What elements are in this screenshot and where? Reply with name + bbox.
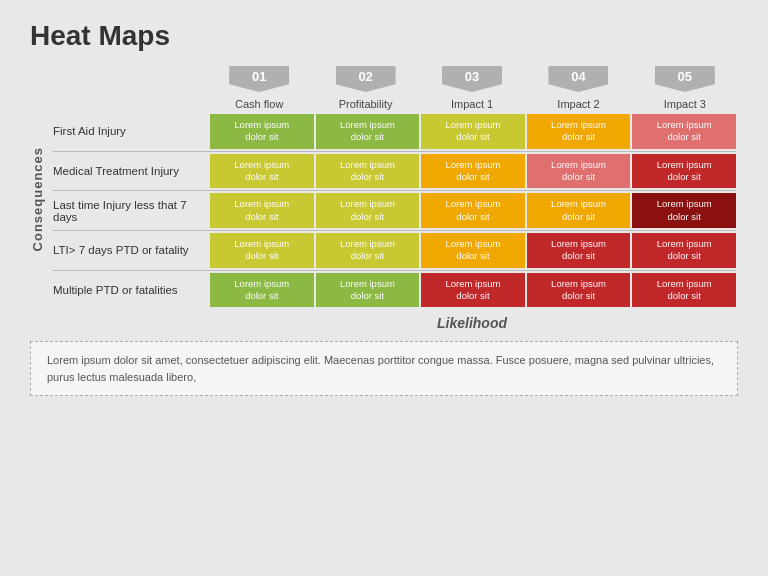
col-header-item: 04Impact 2	[527, 66, 629, 110]
heat-cell: Lorem ipsumdolor sit	[316, 233, 420, 268]
row-label: LTI> 7 days PTD or fatality	[53, 233, 208, 268]
heat-cell: Lorem ipsumdolor sit	[527, 273, 631, 308]
col-badge: 02	[336, 66, 396, 92]
col-header-item: 03Impact 1	[421, 66, 523, 110]
heat-cell: Lorem ipsumdolor sit	[632, 273, 736, 308]
heat-cell: Lorem ipsumdolor sit	[421, 233, 525, 268]
col-header-item: 02Profitability	[314, 66, 416, 110]
heat-cell: Lorem ipsumdolor sit	[316, 273, 420, 308]
heat-cell: Lorem ipsumdolor sit	[210, 233, 314, 268]
heat-cell: Lorem ipsumdolor sit	[316, 114, 420, 149]
heat-cell: Lorem ipsumdolor sit	[527, 233, 631, 268]
heat-cell: Lorem ipsumdolor sit	[632, 114, 736, 149]
col-headers: 01Cash flow02Profitability03Impact 104Im…	[206, 66, 738, 110]
heat-cell: Lorem ipsumdolor sit	[421, 114, 525, 149]
row-label: First Aid Injury	[53, 114, 208, 149]
heat-cell: Lorem ipsumdolor sit	[421, 193, 525, 228]
main-layout: Consequences 01Cash flow02Profitability0…	[30, 66, 738, 331]
table-row: Medical Treatment InjuryLorem ipsumdolor…	[53, 154, 736, 189]
row-label: Medical Treatment Injury	[53, 154, 208, 189]
heat-cell: Lorem ipsumdolor sit	[421, 273, 525, 308]
heat-cell: Lorem ipsumdolor sit	[527, 114, 631, 149]
col-header-item: 05Impact 3	[634, 66, 736, 110]
col-label: Impact 1	[451, 98, 493, 110]
table-row: Multiple PTD or fatalitiesLorem ipsumdol…	[53, 273, 736, 308]
table-wrapper: 01Cash flow02Profitability03Impact 104Im…	[51, 66, 738, 331]
row-label: Multiple PTD or fatalities	[53, 273, 208, 308]
heat-cell: Lorem ipsumdolor sit	[527, 193, 631, 228]
heat-cell: Lorem ipsumdolor sit	[421, 154, 525, 189]
page-title: Heat Maps	[30, 20, 738, 52]
consequences-label: Consequences	[30, 66, 45, 331]
table-row: Last time Injury less that 7 daysLorem i…	[53, 193, 736, 228]
col-badge: 01	[229, 66, 289, 92]
heat-cell: Lorem ipsumdolor sit	[527, 154, 631, 189]
likelihood-label: Likelihood	[206, 315, 738, 331]
col-badge: 05	[655, 66, 715, 92]
footer-box: Lorem ipsum dolor sit amet, consectetuer…	[30, 341, 738, 396]
heat-cell: Lorem ipsumdolor sit	[316, 193, 420, 228]
col-label: Profitability	[339, 98, 393, 110]
col-header-item: 01Cash flow	[208, 66, 310, 110]
page: Heat Maps Consequences 01Cash flow02Prof…	[0, 0, 768, 576]
col-badge: 04	[548, 66, 608, 92]
footer-text: Lorem ipsum dolor sit amet, consectetuer…	[47, 354, 714, 383]
col-badge: 03	[442, 66, 502, 92]
table-row: First Aid InjuryLorem ipsumdolor sitLore…	[53, 114, 736, 149]
row-label: Last time Injury less that 7 days	[53, 193, 208, 228]
heat-cell: Lorem ipsumdolor sit	[632, 193, 736, 228]
heat-table: First Aid InjuryLorem ipsumdolor sitLore…	[51, 112, 738, 309]
heat-cell: Lorem ipsumdolor sit	[210, 154, 314, 189]
col-label: Impact 3	[664, 98, 706, 110]
heat-cell: Lorem ipsumdolor sit	[210, 193, 314, 228]
heat-cell: Lorem ipsumdolor sit	[210, 114, 314, 149]
heat-cell: Lorem ipsumdolor sit	[632, 233, 736, 268]
heat-cell: Lorem ipsumdolor sit	[632, 154, 736, 189]
col-label: Cash flow	[235, 98, 283, 110]
table-row: LTI> 7 days PTD or fatalityLorem ipsumdo…	[53, 233, 736, 268]
heat-cell: Lorem ipsumdolor sit	[210, 273, 314, 308]
col-label: Impact 2	[557, 98, 599, 110]
heat-cell: Lorem ipsumdolor sit	[316, 154, 420, 189]
